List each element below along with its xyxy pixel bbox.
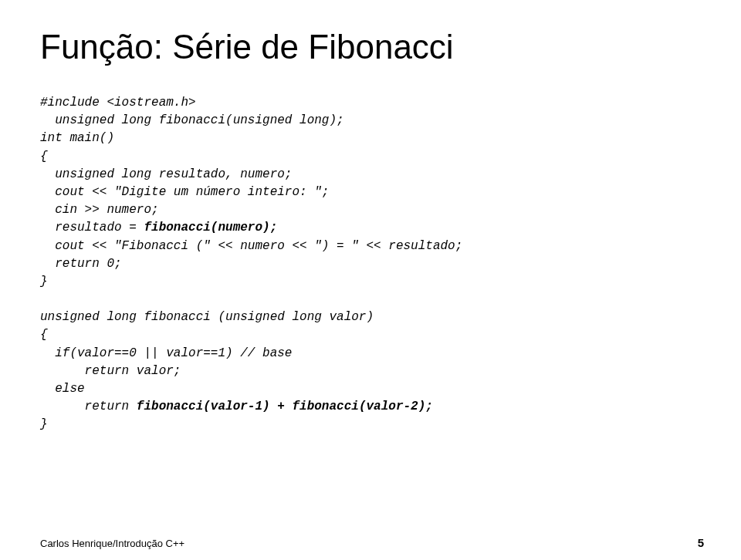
slide-title: Função: Série de Fibonacci xyxy=(40,28,704,66)
code-line: return valor; xyxy=(40,364,181,378)
code-line: { xyxy=(40,328,48,342)
page-number: 5 xyxy=(698,536,704,549)
code-line: return 0; xyxy=(40,257,122,271)
code-line: resultado = xyxy=(40,221,144,234)
code-line: unsigned long resultado, numero; xyxy=(40,167,292,181)
code-line: cout << "Digite um número inteiro: "; xyxy=(40,185,329,199)
code-block: #include <iostream.h> unsigned long fibo… xyxy=(40,94,704,434)
code-line: return xyxy=(40,400,137,413)
code-line: unsigned long fibonacci (unsigned long v… xyxy=(40,310,374,324)
code-line: } xyxy=(40,275,48,288)
code-line: { xyxy=(40,150,48,164)
footer: Carlos Henrique/Introdução C++ 5 xyxy=(40,536,704,549)
code-line: unsigned long fibonacci(unsigned long); xyxy=(40,113,344,127)
code-line: int main() xyxy=(40,131,114,145)
code-line: cout << "Fibonacci (" << numero << ") = … xyxy=(40,239,462,253)
footer-author: Carlos Henrique/Introdução C++ xyxy=(40,538,184,549)
code-line: cin >> numero; xyxy=(40,203,159,217)
code-bold: fibonacci(valor-1) + fibonacci(valor-2); xyxy=(137,400,433,413)
code-line: else xyxy=(40,382,85,396)
code-line: } xyxy=(40,417,48,431)
code-line: if(valor==0 || valor==1) // base xyxy=(40,346,292,360)
code-line: #include <iostream.h> xyxy=(40,96,196,110)
code-bold: fibonacci(numero); xyxy=(144,221,277,234)
